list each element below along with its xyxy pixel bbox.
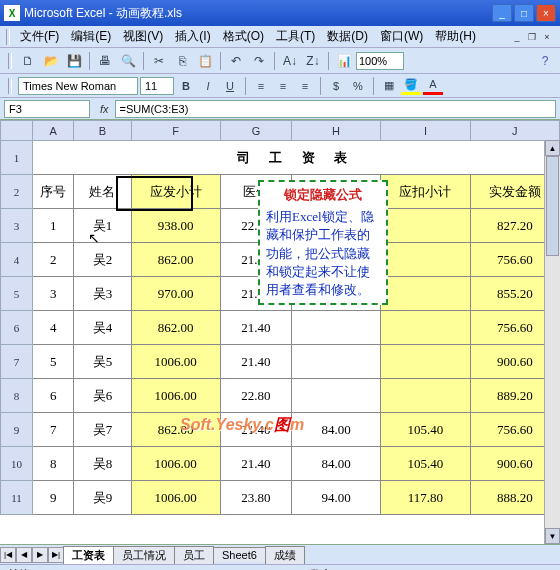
- undo-icon[interactable]: ↶: [225, 50, 247, 72]
- tab-first-icon[interactable]: |◀: [0, 547, 16, 563]
- scroll-thumb[interactable]: [546, 156, 559, 256]
- cell[interactable]: 8: [33, 447, 74, 481]
- align-right-icon[interactable]: ≡: [295, 77, 315, 95]
- scroll-down-icon[interactable]: ▼: [545, 528, 560, 544]
- copy-icon[interactable]: ⎘: [171, 50, 193, 72]
- menu-insert[interactable]: 插入(I): [169, 26, 216, 47]
- cell[interactable]: 1006.00: [131, 345, 220, 379]
- cell[interactable]: [381, 311, 470, 345]
- cell[interactable]: 吴9: [74, 481, 131, 515]
- cell[interactable]: 21.40: [220, 413, 291, 447]
- cell[interactable]: 1006.00: [131, 481, 220, 515]
- open-icon[interactable]: 📂: [40, 50, 62, 72]
- scroll-up-icon[interactable]: ▲: [545, 140, 560, 156]
- cell[interactable]: [381, 209, 470, 243]
- col-header[interactable]: I: [381, 121, 470, 141]
- menu-window[interactable]: 窗口(W): [374, 26, 429, 47]
- cell[interactable]: 84.00: [291, 447, 380, 481]
- cell[interactable]: 21.40: [220, 345, 291, 379]
- cell[interactable]: 1: [33, 209, 74, 243]
- header-cell[interactable]: 姓名: [74, 175, 131, 209]
- sort-desc-icon[interactable]: Z↓: [302, 50, 324, 72]
- cell[interactable]: 吴4: [74, 311, 131, 345]
- cell[interactable]: 7: [33, 413, 74, 447]
- worksheet-grid[interactable]: A B F G H I J 1 司 工 资 表 2 序号 姓名 应发小计 医保 …: [0, 120, 560, 544]
- row-header[interactable]: 5: [1, 277, 33, 311]
- chart-icon[interactable]: 📊: [333, 50, 355, 72]
- row-header[interactable]: 1: [1, 141, 33, 175]
- paste-icon[interactable]: 📋: [194, 50, 216, 72]
- vertical-scrollbar[interactable]: ▲ ▼: [544, 140, 560, 544]
- cell[interactable]: 23.80: [220, 481, 291, 515]
- col-header[interactable]: G: [220, 121, 291, 141]
- header-cell[interactable]: 应发小计: [131, 175, 220, 209]
- doc-minimize-button[interactable]: _: [510, 30, 524, 44]
- doc-restore-button[interactable]: ❐: [525, 30, 539, 44]
- cell[interactable]: 862.00: [131, 311, 220, 345]
- help-icon[interactable]: ?: [534, 50, 556, 72]
- cell[interactable]: 吴6: [74, 379, 131, 413]
- cell[interactable]: [291, 345, 380, 379]
- cell[interactable]: 吴3: [74, 277, 131, 311]
- cell[interactable]: 吴2: [74, 243, 131, 277]
- menu-help[interactable]: 帮助(H): [429, 26, 482, 47]
- menu-tools[interactable]: 工具(T): [270, 26, 321, 47]
- row-header[interactable]: 2: [1, 175, 33, 209]
- align-center-icon[interactable]: ≡: [273, 77, 293, 95]
- sheet-tab[interactable]: 成绩: [265, 546, 305, 564]
- cell[interactable]: [291, 379, 380, 413]
- row-header[interactable]: 11: [1, 481, 33, 515]
- col-header[interactable]: B: [74, 121, 131, 141]
- cell[interactable]: 6: [33, 379, 74, 413]
- italic-icon[interactable]: I: [198, 77, 218, 95]
- font-name-combo[interactable]: Times New Roman: [18, 77, 138, 95]
- font-size-combo[interactable]: 11: [140, 77, 174, 95]
- cell[interactable]: 1006.00: [131, 379, 220, 413]
- underline-icon[interactable]: U: [220, 77, 240, 95]
- sheet-tab[interactable]: 员工: [174, 546, 214, 564]
- preview-icon[interactable]: 🔍: [117, 50, 139, 72]
- name-box[interactable]: F3: [4, 100, 90, 118]
- menu-view[interactable]: 视图(V): [117, 26, 169, 47]
- print-icon[interactable]: 🖶: [94, 50, 116, 72]
- cell[interactable]: 9: [33, 481, 74, 515]
- cell[interactable]: 1006.00: [131, 447, 220, 481]
- cut-icon[interactable]: ✂: [148, 50, 170, 72]
- tab-next-icon[interactable]: ▶: [32, 547, 48, 563]
- menu-format[interactable]: 格式(O): [217, 26, 270, 47]
- fill-color-icon[interactable]: 🪣: [401, 77, 421, 95]
- cell[interactable]: 吴8: [74, 447, 131, 481]
- cell[interactable]: 105.40: [381, 413, 470, 447]
- cell[interactable]: 21.40: [220, 447, 291, 481]
- cell[interactable]: 吴5: [74, 345, 131, 379]
- cell[interactable]: 2: [33, 243, 74, 277]
- save-icon[interactable]: 💾: [63, 50, 85, 72]
- percent-icon[interactable]: %: [348, 77, 368, 95]
- cell[interactable]: [381, 345, 470, 379]
- cell[interactable]: 862.00: [131, 413, 220, 447]
- zoom-combo[interactable]: 100%: [356, 52, 404, 70]
- doc-close-button[interactable]: ×: [540, 30, 554, 44]
- sort-asc-icon[interactable]: A↓: [279, 50, 301, 72]
- close-button[interactable]: ×: [536, 4, 556, 22]
- select-all-corner[interactable]: [1, 121, 33, 141]
- row-header[interactable]: 3: [1, 209, 33, 243]
- col-header[interactable]: J: [470, 121, 559, 141]
- maximize-button[interactable]: □: [514, 4, 534, 22]
- fx-icon[interactable]: fx: [100, 103, 109, 115]
- cell[interactable]: 117.80: [381, 481, 470, 515]
- new-icon[interactable]: 🗋: [17, 50, 39, 72]
- align-left-icon[interactable]: ≡: [251, 77, 271, 95]
- row-header[interactable]: 4: [1, 243, 33, 277]
- menu-edit[interactable]: 编辑(E): [65, 26, 117, 47]
- cell[interactable]: [381, 277, 470, 311]
- cell[interactable]: 938.00: [131, 209, 220, 243]
- cell[interactable]: 吴7: [74, 413, 131, 447]
- sheet-tab[interactable]: 员工情况: [113, 546, 175, 564]
- menu-data[interactable]: 数据(D): [321, 26, 374, 47]
- currency-icon[interactable]: $: [326, 77, 346, 95]
- tab-prev-icon[interactable]: ◀: [16, 547, 32, 563]
- row-header[interactable]: 7: [1, 345, 33, 379]
- col-header[interactable]: H: [291, 121, 380, 141]
- cell[interactable]: 21.40: [220, 311, 291, 345]
